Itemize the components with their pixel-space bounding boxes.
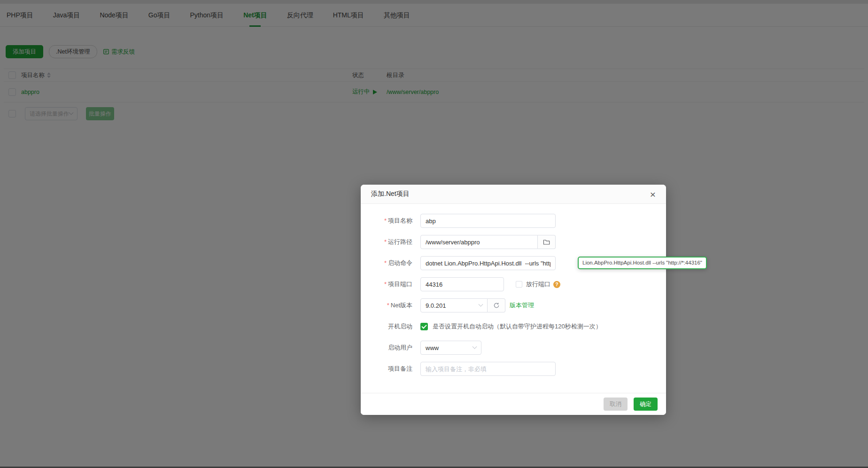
net-version-select[interactable]: 9.0.201: [420, 298, 488, 312]
run-path-input[interactable]: [420, 235, 538, 249]
refresh-icon: [493, 302, 500, 309]
run-user-label: 启动用户: [388, 344, 412, 351]
project-note-label: 项目备注: [388, 365, 412, 372]
close-icon[interactable]: ×: [650, 189, 656, 199]
release-port-checkbox[interactable]: [516, 281, 522, 288]
field-row-project-note: 项目备注: [361, 362, 666, 376]
project-port-input[interactable]: [420, 277, 504, 291]
required-star: *: [384, 238, 387, 245]
field-row-project-port: *项目端口 放行端口 ?: [361, 277, 666, 291]
chevron-down-icon: [479, 302, 483, 306]
confirm-button[interactable]: 确定: [634, 398, 658, 411]
version-manage-link[interactable]: 版本管理: [510, 301, 534, 310]
release-port-label: 放行端口: [526, 280, 550, 289]
project-name-label: 项目名称: [388, 217, 412, 224]
run-user-select[interactable]: www: [420, 341, 481, 355]
help-icon[interactable]: ?: [553, 281, 560, 288]
project-port-label: 项目端口: [388, 281, 412, 288]
start-command-input[interactable]: [420, 256, 556, 270]
field-row-net-version: *Net版本 9.0.201 版本管理: [361, 298, 666, 312]
project-note-input[interactable]: [420, 362, 556, 376]
boot-start-checkbox-checked[interactable]: [420, 323, 428, 330]
chevron-down-icon: [473, 344, 477, 349]
field-row-run-user: 启动用户 www: [361, 341, 666, 355]
modal-body: *项目名称 *运行路径 *启动命令 *项目端口: [361, 204, 666, 376]
cancel-button[interactable]: 取消: [604, 398, 628, 411]
boot-start-description: 是否设置开机自动启动（默认自带守护进程每120秒检测一次）: [433, 322, 602, 331]
field-row-boot-start: 开机启动 是否设置开机自动启动（默认自带守护进程每120秒检测一次）: [361, 320, 666, 334]
field-row-run-path: *运行路径: [361, 235, 666, 249]
required-star: *: [384, 259, 387, 266]
net-version-label: Net版本: [391, 302, 412, 309]
folder-icon: [543, 239, 550, 246]
project-name-input[interactable]: [420, 214, 556, 228]
required-star: *: [387, 302, 389, 309]
start-command-label: 启动命令: [388, 259, 412, 266]
net-version-value: 9.0.201: [426, 302, 446, 309]
refresh-versions-button[interactable]: [488, 298, 505, 312]
required-star: *: [384, 217, 387, 224]
field-row-project-name: *项目名称: [361, 214, 666, 228]
run-user-value: www: [426, 344, 439, 351]
browse-folder-button[interactable]: [538, 235, 556, 249]
modal-footer: 取消 确定: [361, 393, 666, 415]
required-star: *: [384, 281, 387, 288]
boot-start-label: 开机启动: [388, 323, 412, 330]
modal-header: 添加.Net项目 ×: [361, 185, 666, 204]
modal-title: 添加.Net项目: [371, 190, 410, 198]
command-overflow-tooltip: Lion.AbpPro.HttpApi.Host.dll --urls "htt…: [578, 257, 707, 269]
add-net-project-modal: 添加.Net项目 × *项目名称 *运行路径 *启动命令: [361, 185, 666, 415]
run-path-label: 运行路径: [388, 238, 412, 245]
